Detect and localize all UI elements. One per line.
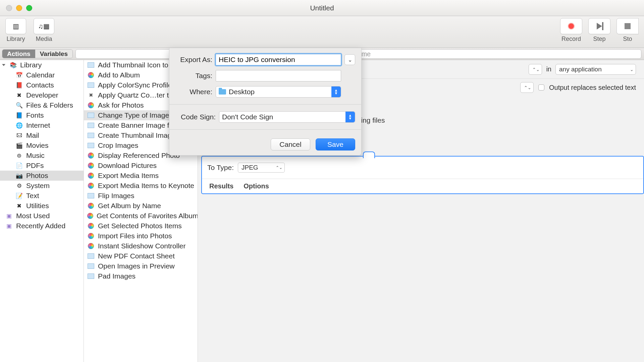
disclosure-triangle-icon[interactable]	[2, 64, 5, 66]
action-item[interactable]: Export Media Items	[84, 171, 198, 181]
sidebar-item-label: Utilities	[26, 202, 49, 210]
output-type-select[interactable]: ⌃⌄	[520, 82, 534, 93]
sidebar-item-files-folders[interactable]: 🔍Files & Folders	[0, 100, 84, 110]
sidebar-item-photos[interactable]: 📷Photos	[0, 171, 84, 181]
sidebar-item-label: Files & Folders	[26, 101, 73, 109]
record-icon	[568, 23, 575, 29]
workflow-action-change-type[interactable]: To Type: JPEG ⌃⌄ Results Options	[201, 156, 644, 194]
export-save-sheet: Export As: ⌄ Tags: Where: Desktop ▲▼ Cod…	[169, 48, 362, 156]
category-icon: 🌐	[15, 122, 23, 129]
divider	[169, 104, 361, 105]
segmented-variables[interactable]: Variables	[35, 49, 72, 58]
sidebar-item-label: System	[26, 182, 50, 190]
sidebar-item-music[interactable]: ⊚Music	[0, 150, 84, 161]
cancel-button[interactable]: Cancel	[271, 138, 310, 150]
expand-sheet-button[interactable]: ⌄	[344, 54, 355, 65]
toolbar: ▥ Library ♫▦ Media Record Step Sto	[0, 16, 644, 48]
traffic-zoom[interactable]	[26, 5, 32, 11]
toolbar-record-label: Record	[561, 36, 581, 43]
sidebar-item-system[interactable]: ⚙︎System	[0, 181, 84, 191]
action-item-label: Display Referenced Photo	[98, 152, 180, 160]
action-item[interactable]: Get Album by Name	[84, 201, 198, 211]
action-item[interactable]: Import Files into Photos	[84, 231, 198, 241]
action-item[interactable]: Open Images in Preview	[84, 261, 198, 271]
traffic-minimize[interactable]	[16, 5, 22, 11]
color-wheel-icon	[88, 223, 94, 229]
media-icon: ♫▦	[38, 22, 50, 30]
tools-icon: ✖︎	[89, 92, 93, 98]
sidebar-item-mail[interactable]: 🖂Mail	[0, 130, 84, 140]
toolbar-record-button[interactable]: Record	[559, 18, 583, 43]
output-replaces-checkbox[interactable]	[538, 84, 544, 90]
sidebar-item-fonts[interactable]: 📘Fonts	[0, 110, 84, 120]
color-wheel-icon	[88, 102, 94, 108]
action-item-label: Create Thumbnail Images	[98, 131, 179, 139]
where-select[interactable]: Desktop ▲▼	[216, 86, 341, 98]
category-icon: 📕	[15, 81, 23, 89]
action-item[interactable]: Get Selected Photos Items	[84, 221, 198, 231]
sidebar-item-contacts[interactable]: 📕Contacts	[0, 80, 84, 90]
input-type-select[interactable]: ⌃⌄	[529, 64, 542, 75]
sidebar-item-utilities[interactable]: ✖︎Utilities	[0, 201, 84, 211]
action-item[interactable]: New PDF Contact Sheet	[84, 251, 198, 261]
export-as-field[interactable]	[216, 54, 341, 65]
sidebar-item-label: Movies	[26, 141, 49, 149]
category-icon: 🎬	[15, 142, 23, 149]
color-wheel-icon	[88, 183, 94, 189]
sidebar-smart-recently-added[interactable]: ▣Recently Added	[0, 221, 84, 231]
category-icon: ✖︎	[15, 92, 23, 99]
sidebar-smart-most-used[interactable]: ▣Most Used	[0, 211, 84, 221]
stop-icon	[625, 23, 631, 29]
tags-label: Tags:	[175, 72, 212, 80]
action-item[interactable]: Get Contents of Favorites Album	[84, 211, 198, 221]
toolbar-media-button[interactable]: ♫▦ Media	[32, 18, 56, 43]
color-wheel-icon	[87, 213, 93, 219]
sidebar-item-calendar[interactable]: 📅Calendar	[0, 70, 84, 80]
segmented-actions[interactable]: Actions	[2, 49, 35, 58]
sidebar-root-library[interactable]: 📚 Library	[0, 60, 84, 70]
sidebar-item-pdfs[interactable]: 📄PDFs	[0, 161, 84, 171]
action-item[interactable]: Flip Images	[84, 191, 198, 201]
action-item-label: Apply ColorSync Profile t	[98, 81, 176, 89]
category-icon: ⊚	[15, 152, 23, 159]
titlebar: Untitled	[0, 0, 644, 16]
code-sign-select[interactable]: Don't Code Sign ▲▼	[219, 111, 355, 123]
action-item[interactable]: Export Media Items to Keynote	[84, 181, 198, 191]
window-title: Untitled	[310, 4, 334, 12]
action-item-label: Import Files into Photos	[98, 232, 172, 240]
sidebar-item-label: Mail	[26, 131, 39, 139]
sidebar-item-label: PDFs	[26, 162, 44, 170]
traffic-close[interactable]	[6, 5, 12, 11]
sidebar-root-label: Library	[20, 61, 42, 69]
save-button[interactable]: Save	[316, 138, 355, 150]
category-icon: 🖂	[15, 132, 23, 139]
action-item[interactable]: Download Pictures	[84, 161, 198, 171]
sidebar-item-internet[interactable]: 🌐Internet	[0, 120, 84, 130]
sidebar-item-movies[interactable]: 🎬Movies	[0, 140, 84, 150]
action-item-label: Ask for Photos	[98, 101, 144, 109]
action-item-label: Get Contents of Favorites Album	[97, 212, 198, 220]
to-type-value: JPEG	[241, 164, 258, 171]
toolbar-library-button[interactable]: ▥ Library	[4, 18, 28, 43]
sidebar-item-developer[interactable]: ✖︎Developer	[0, 90, 84, 100]
action-tab-results[interactable]: Results	[209, 182, 233, 190]
action-item[interactable]: Pad Images	[84, 271, 198, 281]
application-select[interactable]: any application ⌄	[555, 64, 636, 75]
sidebar-item-text[interactable]: 📝Text	[0, 191, 84, 201]
preview-thumb-icon	[88, 253, 94, 259]
action-item-label: Open Images in Preview	[98, 262, 175, 270]
to-type-select[interactable]: JPEG ⌃⌄	[238, 163, 285, 173]
divider	[169, 129, 361, 130]
toolbar-stop-button[interactable]: Sto	[616, 18, 639, 43]
sidebar-item-label: Calendar	[26, 71, 55, 79]
in-label: in	[546, 65, 551, 73]
action-item[interactable]: Instant Slideshow Controller	[84, 241, 198, 251]
toolbar-step-button[interactable]: Step	[588, 18, 611, 43]
output-replaces-label: Output replaces selected text	[549, 84, 636, 92]
updown-arrows-icon: ▲▼	[345, 112, 355, 122]
chevron-down-icon: ⌄	[348, 57, 352, 63]
tags-field[interactable]	[216, 70, 341, 81]
action-tab-options[interactable]: Options	[244, 182, 269, 190]
category-icon: 📅	[15, 71, 23, 79]
code-sign-value: Don't Code Sign	[222, 113, 273, 121]
